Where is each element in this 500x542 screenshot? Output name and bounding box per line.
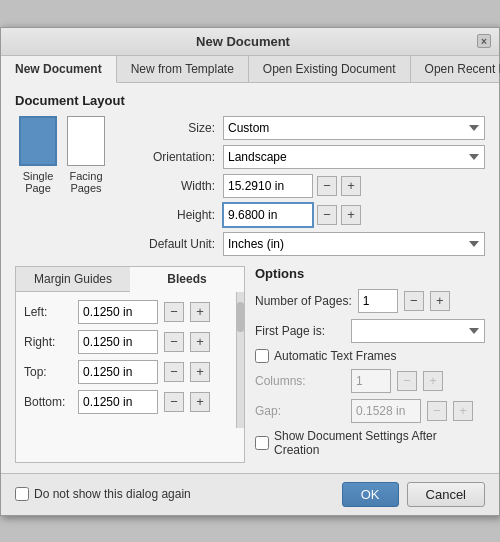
height-increment-button[interactable]: + [341, 205, 361, 225]
ok-button[interactable]: OK [342, 482, 399, 507]
gap-decrement[interactable]: − [427, 401, 447, 421]
close-button[interactable]: × [477, 34, 491, 48]
footer-buttons: OK Cancel [342, 482, 485, 507]
show-settings-label: Show Document Settings After Creation [274, 429, 485, 457]
orientation-select[interactable]: Landscape [223, 145, 485, 169]
facing-pages-label-line2: Pages [70, 182, 101, 194]
tab-open-existing[interactable]: Open Existing Document [249, 56, 411, 82]
width-decrement-button[interactable]: − [317, 176, 337, 196]
columns-decrement[interactable]: − [397, 371, 417, 391]
panel-tab-bleeds[interactable]: Bleeds [130, 267, 244, 292]
dialog-body: Document Layout Single Page Facing Pages… [1, 83, 499, 473]
panel-content: Left: − + Right: − + [16, 292, 236, 428]
margin-left-input[interactable] [78, 300, 158, 324]
auto-text-frames-row: Automatic Text Frames [255, 349, 485, 363]
num-pages-row: Number of Pages: − + [255, 289, 485, 313]
title-bar: New Document × [1, 28, 499, 56]
tab-new-from-template[interactable]: New from Template [117, 56, 249, 82]
first-page-select[interactable] [351, 319, 485, 343]
panel-with-scroll: Left: − + Right: − + [16, 292, 244, 428]
height-input[interactable] [223, 203, 313, 227]
margin-bottom-row: Bottom: − + [24, 390, 228, 414]
height-field-row: − + [223, 203, 485, 227]
columns-input[interactable] [351, 369, 391, 393]
title-bar-title: New Document [9, 34, 477, 49]
default-unit-field-row: Inches (in) [223, 232, 485, 256]
facing-pages-option[interactable]: Facing Pages [67, 116, 105, 194]
auto-text-frames-checkbox[interactable] [255, 349, 269, 363]
doc-layout-area: Single Page Facing Pages Size: Custom [15, 116, 485, 256]
margin-top-input[interactable] [78, 360, 158, 384]
size-field-row: Custom [223, 116, 485, 140]
margin-right-decrement[interactable]: − [164, 332, 184, 352]
num-pages-increment[interactable]: + [430, 291, 450, 311]
gap-input[interactable] [351, 399, 421, 423]
margin-left-label: Left: [24, 305, 72, 319]
facing-pages-label-line1: Facing [69, 170, 102, 182]
options-title: Options [255, 266, 485, 281]
width-increment-button[interactable]: + [341, 176, 361, 196]
margin-right-row: Right: − + [24, 330, 228, 354]
footer: Do not show this dialog again OK Cancel [1, 473, 499, 515]
columns-row: Columns: − + [255, 369, 485, 393]
margin-top-increment[interactable]: + [190, 362, 210, 382]
width-label: Width: [125, 179, 215, 193]
gap-label: Gap: [255, 404, 345, 418]
margin-right-label: Right: [24, 335, 72, 349]
orientation-field-row: Landscape [223, 145, 485, 169]
panel-tabs: Margin Guides Bleeds [16, 267, 244, 292]
show-settings-checkbox[interactable] [255, 436, 269, 450]
footer-checkbox-area: Do not show this dialog again [15, 487, 342, 501]
panel-tab-margin-guides[interactable]: Margin Guides [16, 267, 130, 291]
tab-open-recent[interactable]: Open Recent Do... [411, 56, 500, 82]
default-unit-select[interactable]: Inches (in) [223, 232, 485, 256]
first-page-label: First Page is: [255, 324, 345, 338]
orientation-label: Orientation: [125, 150, 215, 164]
single-page-label-line1: Single [23, 170, 54, 182]
show-settings-row: Show Document Settings After Creation [255, 429, 485, 457]
single-page-label-line2: Page [25, 182, 51, 194]
doc-layout-title: Document Layout [15, 93, 485, 108]
options-panel: Options Number of Pages: − + First Page … [255, 266, 485, 463]
middle-area: Margin Guides Bleeds Left: − + [15, 266, 485, 463]
columns-label: Columns: [255, 374, 345, 388]
margin-bottom-input[interactable] [78, 390, 158, 414]
scrollbar-thumb[interactable] [237, 302, 244, 332]
size-label: Size: [125, 121, 215, 135]
default-unit-label: Default Unit: [125, 237, 215, 251]
dialog: New Document × New Document New from Tem… [0, 27, 500, 516]
single-page-option[interactable]: Single Page [19, 116, 57, 194]
margin-bottom-label: Bottom: [24, 395, 72, 409]
layout-fields: Size: Custom Orientation: Landscape Widt… [125, 116, 485, 256]
tab-new-document[interactable]: New Document [1, 56, 117, 83]
margin-panel: Margin Guides Bleeds Left: − + [15, 266, 245, 463]
margin-top-decrement[interactable]: − [164, 362, 184, 382]
margin-right-input[interactable] [78, 330, 158, 354]
margin-fields: Left: − + Right: − + [16, 292, 236, 428]
page-previews: Single Page Facing Pages [19, 116, 105, 194]
gap-increment[interactable]: + [453, 401, 473, 421]
margin-bottom-increment[interactable]: + [190, 392, 210, 412]
single-page-icon [19, 116, 57, 166]
margin-top-row: Top: − + [24, 360, 228, 384]
do-not-show-checkbox[interactable] [15, 487, 29, 501]
height-label: Height: [125, 208, 215, 222]
do-not-show-label: Do not show this dialog again [34, 487, 191, 501]
num-pages-decrement[interactable]: − [404, 291, 424, 311]
height-decrement-button[interactable]: − [317, 205, 337, 225]
num-pages-input[interactable] [358, 289, 398, 313]
num-pages-label: Number of Pages: [255, 294, 352, 308]
margin-left-increment[interactable]: + [190, 302, 210, 322]
margin-bottom-decrement[interactable]: − [164, 392, 184, 412]
facing-pages-icon [67, 116, 105, 166]
margin-left-decrement[interactable]: − [164, 302, 184, 322]
width-field-row: − + [223, 174, 485, 198]
columns-increment[interactable]: + [423, 371, 443, 391]
margin-left-row: Left: − + [24, 300, 228, 324]
width-input[interactable] [223, 174, 313, 198]
scrollbar[interactable] [236, 292, 244, 428]
cancel-button[interactable]: Cancel [407, 482, 485, 507]
margin-right-increment[interactable]: + [190, 332, 210, 352]
size-select[interactable]: Custom [223, 116, 485, 140]
gap-row: Gap: − + [255, 399, 485, 423]
